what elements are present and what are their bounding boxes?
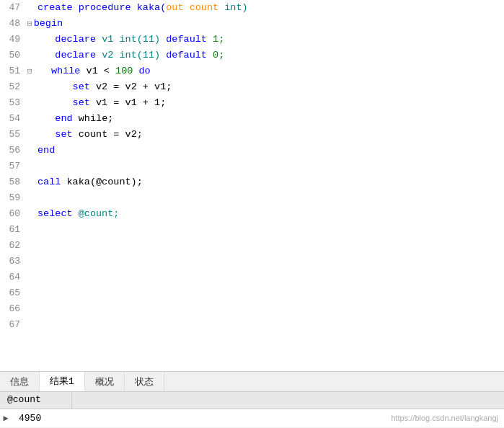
token-kw: call bbox=[37, 177, 61, 187]
watermark: https://blog.csdn.net/langkangj bbox=[391, 414, 498, 422]
token-param: out bbox=[166, 2, 183, 13]
results-grid: @count ▶ 4950 bbox=[0, 392, 504, 428]
line-number: 52 bbox=[0, 79, 27, 95]
token-plain: while; bbox=[73, 113, 114, 124]
tab-概况[interactable]: 概况 bbox=[85, 372, 125, 391]
indent bbox=[37, 34, 55, 45]
code-line: 47create procedure kaka(out count int) bbox=[0, 0, 504, 16]
line-number: 66 bbox=[0, 301, 27, 317]
line-content: end while; bbox=[37, 111, 113, 127]
line-number: 51 bbox=[0, 63, 27, 79]
token-plain bbox=[184, 2, 190, 13]
token-kw: begin bbox=[34, 18, 63, 29]
code-lines: 47create procedure kaka(out count int)48… bbox=[0, 0, 504, 371]
token-plain: v2 = v2 + v1; bbox=[90, 81, 172, 92]
code-line: 49 declare v1 int(11) default 1; bbox=[0, 32, 504, 48]
line-number: 59 bbox=[0, 190, 27, 206]
line-number: 67 bbox=[0, 317, 27, 333]
collapse-icon[interactable]: ⊟ bbox=[27, 63, 32, 79]
code-line: 52 set v2 = v2 + v1; bbox=[0, 79, 504, 95]
line-number: 57 bbox=[0, 159, 27, 174]
code-line: 58call kaka(@count); bbox=[0, 174, 504, 190]
line-number: 50 bbox=[0, 48, 27, 63]
code-line: 50 declare v2 int(11) default 0; bbox=[0, 48, 504, 63]
token-kw: do bbox=[138, 66, 150, 76]
code-line: 61 bbox=[0, 222, 504, 238]
code-line: 64 bbox=[0, 269, 504, 285]
token-kw: set bbox=[73, 81, 90, 92]
grid-header: @count bbox=[0, 392, 504, 409]
token-kw: declare bbox=[55, 50, 96, 61]
code-line: 55 set count = v2; bbox=[0, 127, 504, 143]
collapse-icon[interactable]: ⊟ bbox=[27, 16, 32, 32]
line-number: 55 bbox=[0, 127, 27, 143]
token-kw: set bbox=[73, 97, 90, 108]
token-kw: while bbox=[51, 66, 81, 76]
code-line: 66 bbox=[0, 301, 504, 317]
code-line: 51⊟ while v1 < 100 do bbox=[0, 63, 504, 79]
code-line: 60select @count; bbox=[0, 206, 504, 222]
token-plain: v1 = v1 + 1; bbox=[90, 97, 166, 108]
indent bbox=[37, 50, 55, 61]
token-type: int) bbox=[218, 2, 248, 13]
code-line: 53 set v1 = v1 + 1; bbox=[0, 95, 504, 111]
token-kw: create procedure kaka( bbox=[37, 2, 166, 13]
tabs-bar: 信息结果1概况状态 bbox=[0, 372, 504, 392]
code-editor: 47create procedure kaka(out count int)48… bbox=[0, 0, 504, 371]
line-number: 49 bbox=[0, 32, 27, 48]
line-number: 54 bbox=[0, 111, 27, 127]
token-plain bbox=[34, 66, 51, 76]
line-content: end bbox=[37, 143, 55, 159]
code-line: 57 bbox=[0, 159, 504, 174]
line-number: 53 bbox=[0, 95, 27, 111]
line-number: 58 bbox=[0, 174, 27, 190]
token-kw: default bbox=[166, 50, 207, 61]
token-at: @count; bbox=[73, 208, 120, 219]
indent bbox=[37, 113, 55, 124]
indent bbox=[37, 97, 73, 108]
line-number: 60 bbox=[0, 206, 27, 222]
token-kw: end bbox=[55, 113, 72, 124]
tab-信息[interactable]: 信息 bbox=[0, 372, 40, 391]
line-content: while v1 < 100 do bbox=[34, 63, 151, 79]
line-content: call kaka(@count); bbox=[37, 174, 143, 190]
line-content: set count = v2; bbox=[37, 127, 143, 143]
line-number: 62 bbox=[0, 238, 27, 254]
code-line: 48⊟begin bbox=[0, 16, 504, 32]
line-number: 64 bbox=[0, 269, 27, 285]
token-num: 100 bbox=[115, 66, 133, 76]
line-number: 56 bbox=[0, 143, 27, 159]
code-line: 59 bbox=[0, 190, 504, 206]
token-plain: v1 < bbox=[80, 66, 115, 76]
line-content: set v1 = v1 + 1; bbox=[37, 95, 166, 111]
token-kw: end bbox=[37, 145, 55, 156]
token-plain: kaka(@count); bbox=[61, 177, 142, 187]
line-number: 63 bbox=[0, 254, 27, 269]
line-content: begin bbox=[34, 16, 63, 32]
token-plain: count = v2; bbox=[73, 129, 143, 140]
row-indicator: ▶ bbox=[0, 413, 12, 424]
tab-结果1[interactable]: 结果1 bbox=[40, 372, 85, 391]
code-line: 54 end while; bbox=[0, 111, 504, 127]
token-kw: declare bbox=[55, 34, 96, 45]
code-line: 65 bbox=[0, 285, 504, 301]
token-param: count bbox=[190, 2, 219, 13]
token-num: 0; bbox=[207, 50, 224, 61]
line-number: 65 bbox=[0, 285, 27, 301]
tab-状态[interactable]: 状态 bbox=[125, 372, 164, 391]
code-line: 63 bbox=[0, 254, 504, 269]
grid-cell-value: 4950 bbox=[12, 411, 72, 426]
token-var: v1 int(11) bbox=[96, 34, 166, 45]
token-var: v2 int(11) bbox=[96, 50, 166, 61]
token-kw: set bbox=[55, 129, 72, 140]
line-content: select @count; bbox=[37, 206, 119, 222]
line-content: set v2 = v2 + v1; bbox=[37, 79, 172, 95]
token-num: 1; bbox=[207, 34, 224, 45]
indent bbox=[37, 129, 55, 140]
grid-header-cell: @count bbox=[0, 392, 72, 409]
line-content: create procedure kaka(out count int) bbox=[37, 0, 248, 16]
line-number: 47 bbox=[0, 0, 27, 16]
code-line: 56end bbox=[0, 143, 504, 159]
code-line: 67 bbox=[0, 317, 504, 333]
code-line: 62 bbox=[0, 238, 504, 254]
